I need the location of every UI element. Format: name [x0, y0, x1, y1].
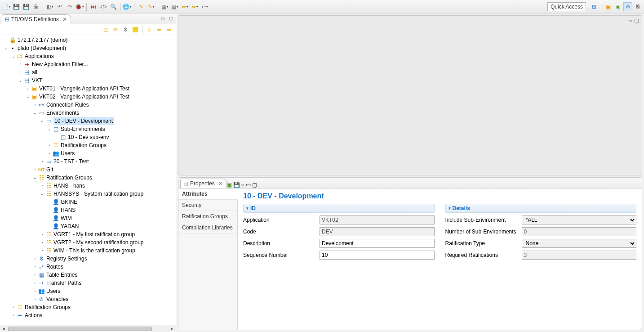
print-icon[interactable]: 🖶 [31, 2, 40, 11]
definitions-tree[interactable]: 🔒172.17.2.177 (demo) ⌄▪plato (Developmen… [0, 35, 176, 320]
editor-minimize-icon[interactable]: ▭ [627, 18, 632, 24]
tree-user-yadan[interactable]: 👤YADAN [2, 222, 176, 230]
collapse-all-icon[interactable]: ⊟ [102, 26, 110, 34]
last-edit-icon[interactable]: ↩ [200, 2, 209, 11]
nav-b-icon[interactable]: ▦ [170, 2, 179, 11]
tree-registry[interactable]: ›⚙Registry Settings [2, 255, 176, 263]
properties-tab[interactable]: ▤ Properties ✕ [180, 179, 227, 188]
inc-sub-select[interactable]: *ALL [522, 215, 637, 224]
tree-plato[interactable]: ⌄▪plato (Development) [2, 44, 176, 52]
tree-root[interactable]: 🔒172.17.2.177 (demo) [2, 36, 176, 44]
run-config-icon[interactable]: 🌐 [123, 2, 132, 11]
props-action-a-icon[interactable]: ▣ [227, 182, 232, 188]
tree-conn-rules[interactable]: ›⊶Connection Rules [2, 101, 176, 109]
redo-icon[interactable]: ↷ [65, 2, 74, 11]
num-sub-field [522, 227, 637, 236]
seq-field[interactable] [320, 251, 435, 260]
monitor-icon[interactable] [131, 26, 139, 34]
undo-icon[interactable]: ↶ [55, 2, 64, 11]
properties-icon: ▤ [183, 181, 188, 186]
marker-icon[interactable]: ✎ [147, 2, 155, 11]
tree-environments[interactable]: ⌄▭Environments [2, 109, 176, 117]
tree-env-10[interactable]: ⌄▭10 - DEV - Development [2, 117, 176, 125]
gear-icon[interactable]: ⚙ [121, 26, 129, 34]
tree-vgrt1[interactable]: ›☷VGRT1 - My first ratification group [2, 230, 176, 238]
section-details-header[interactable]: ▾ Details [445, 204, 637, 213]
perspective-c-icon[interactable]: ⚙ [623, 2, 632, 11]
tree-variables[interactable]: ›⊚Variables [2, 295, 176, 303]
save-icon[interactable]: 💾 [12, 2, 21, 11]
description-field[interactable] [320, 239, 435, 248]
nav-security[interactable]: Security [178, 200, 237, 211]
tree-wim-group[interactable]: ›☷WIM - This is the ratification group [2, 247, 176, 255]
perspective-a-icon[interactable]: ▣ [604, 2, 613, 11]
definitions-tab[interactable]: ⊟ TD/OMS Definitions ✕ [2, 14, 71, 24]
skip-icon[interactable]: ⏭ [89, 2, 98, 11]
fwd-history-icon[interactable]: ⇒ [190, 2, 199, 11]
tree-sub-env-10[interactable]: ◫10 - Dev sub-env [2, 133, 176, 141]
save-all-icon[interactable]: 💾 [22, 2, 31, 11]
debug-icon[interactable]: 🐞 [75, 2, 84, 11]
refresh-icon[interactable]: ⟳ [111, 26, 120, 34]
tree-rat-groups-app[interactable]: ⌄☷Ratification Groups [2, 174, 176, 182]
tree-users-app[interactable]: ›👥Users [2, 287, 176, 295]
nav-ratification[interactable]: Ratification Groups [178, 211, 237, 222]
tree-table-entries[interactable]: ›▦Table Entries [2, 271, 176, 279]
lbl-code: Code [243, 229, 320, 235]
tree-applications[interactable]: ⌄🗂Applications [2, 52, 176, 60]
tree-env-20[interactable]: ›▭20 - TST - Test [2, 157, 176, 166]
close-icon[interactable]: ✕ [218, 180, 223, 187]
tree-hanssys[interactable]: ⌄☷HANSSYS - System ratification group [2, 190, 176, 198]
tree-all[interactable]: ›⇶all [2, 68, 176, 76]
tree-vgrt2[interactable]: ›☷VGRT2 - My second ratification group [2, 238, 176, 247]
perspective-d-icon[interactable]: ⎘ [633, 2, 642, 11]
maximize-icon[interactable]: ▢ [168, 15, 174, 21]
open-perspective-icon[interactable]: ⊞ [590, 2, 599, 11]
quick-access-field[interactable]: Quick Access [547, 2, 586, 11]
props-save-icon[interactable]: 💾 [233, 182, 240, 188]
tree-git[interactable]: ›GITGit [2, 166, 176, 174]
tree-rat-groups-bottom[interactable]: ›☷Ratification Groups [2, 303, 176, 311]
section-id-header[interactable]: ▾ ID [243, 204, 435, 213]
tree-rat-groups-env[interactable]: ›☷Ratification Groups [2, 141, 176, 149]
main-toolbar: 📄 💾 💾 🖶 ◧ ↶ ↷ 🐞 ⏭ </> 🔍 🌐 ✎ ✎ ▦ ▦ ⇐ ⇒ ↩ … [0, 0, 644, 13]
forward-icon[interactable]: ⇒ [165, 26, 173, 34]
form-title: 10 - DEV - Development [243, 192, 636, 200]
tool-a-icon[interactable]: ◧ [45, 2, 54, 11]
tree-vkt02[interactable]: ⌄▣VKT02 - Vangelis Application API Test [2, 93, 176, 101]
back-icon[interactable]: ⇐ [155, 26, 163, 34]
tree-new-filter[interactable]: ›➔New Application Filter... [2, 60, 176, 68]
new-icon[interactable]: 📄 [2, 2, 11, 11]
editor-area: ▭ ▢ [178, 15, 642, 175]
code-icon[interactable]: </> [99, 2, 108, 11]
tree-hans-group[interactable]: ›☷HANS - hans [2, 182, 176, 190]
lbl-description: Description [243, 240, 320, 247]
tree-user-gkine[interactable]: 👤GKINE [2, 198, 176, 206]
tree-transfer-paths[interactable]: ›⇢Transfer Paths [2, 279, 176, 287]
close-icon[interactable]: ✕ [62, 16, 67, 22]
nav-compilation[interactable]: Compilation Libraries [178, 222, 237, 233]
home-icon[interactable]: ⌂ [145, 26, 153, 34]
back-history-icon[interactable]: ⇐ [180, 2, 189, 11]
tree-routes[interactable]: ›⇄Routes [2, 263, 176, 271]
nav-attributes[interactable]: Attributes [178, 188, 238, 200]
props-maximize-icon[interactable]: ▢ [252, 182, 257, 188]
tree-actions[interactable]: ›➦Actions [2, 311, 176, 319]
tree-sub-env[interactable]: ⌄◫Sub-Environments [2, 125, 176, 133]
tree-user-wim[interactable]: 👤WIM [2, 214, 176, 222]
highlight-icon[interactable]: ✎ [137, 2, 146, 11]
nav-a-icon[interactable]: ▦ [160, 2, 169, 11]
props-minimize-icon[interactable]: ▭ [246, 182, 251, 188]
props-menu-icon[interactable]: ▿ [241, 182, 244, 188]
tree-user-hans[interactable]: 👤HANS [2, 206, 176, 214]
twistie-icon: ▾ [246, 206, 249, 211]
rat-type-select[interactable]: None [522, 239, 637, 248]
editor-maximize-icon[interactable]: ▢ [634, 18, 639, 24]
tree-users-env[interactable]: ›👥Users [2, 149, 176, 157]
tree-vkt[interactable]: ⌄⇶VKT [2, 76, 176, 85]
tree-h-scrollbar[interactable]: ◄ ► [0, 325, 176, 332]
minimize-icon[interactable]: ▭ [160, 15, 166, 21]
search-icon[interactable]: 🔍 [109, 2, 118, 11]
tree-vkt01[interactable]: ›▣VKT01 - Vangelis Application API Test [2, 85, 176, 93]
perspective-b-icon[interactable]: ◉ [613, 2, 622, 11]
